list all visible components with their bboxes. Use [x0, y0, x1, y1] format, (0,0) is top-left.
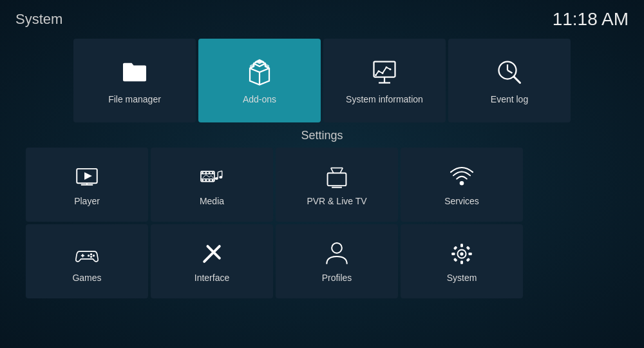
file-manager-label: File manager: [108, 94, 161, 104]
svg-line-49: [204, 246, 220, 262]
media-icon: [198, 164, 225, 191]
svg-line-32: [218, 171, 222, 172]
interface-icon: [198, 240, 225, 267]
settings-item-games[interactable]: Games: [26, 224, 148, 298]
media-label: Media: [200, 196, 224, 206]
svg-rect-61: [466, 246, 470, 249]
settings-item-services[interactable]: Services: [401, 148, 523, 222]
settings-item-profiles[interactable]: Profiles: [276, 224, 398, 298]
svg-marker-18: [84, 172, 92, 180]
svg-point-45: [90, 253, 92, 255]
svg-rect-26: [209, 172, 211, 174]
svg-rect-57: [460, 260, 463, 264]
svg-point-55: [460, 252, 463, 255]
settings-grid-row2: Games Interface Profiles: [0, 224, 644, 298]
svg-rect-59: [469, 253, 472, 255]
pvr-label: PVR & Live TV: [307, 196, 366, 206]
event-log-icon: [494, 57, 525, 88]
settings-item-media[interactable]: Media: [151, 148, 273, 222]
header: System 11:18 AM: [0, 0, 644, 39]
svg-rect-63: [466, 257, 470, 261]
app-title: System: [15, 11, 62, 28]
add-ons-label: Add-ons: [243, 94, 276, 104]
settings-item-system[interactable]: System: [401, 224, 523, 298]
settings-grid-row1: Player Media: [0, 148, 644, 222]
games-icon: [73, 240, 100, 267]
svg-rect-29: [205, 179, 207, 181]
svg-rect-31: [212, 179, 214, 181]
svg-point-36: [219, 176, 222, 179]
settings-item-pvr[interactable]: PVR & Live TV: [276, 148, 398, 222]
svg-point-48: [88, 254, 90, 256]
menu-item-file-manager[interactable]: File manager: [73, 39, 196, 122]
event-log-label: Event log: [491, 94, 528, 104]
svg-point-35: [215, 177, 218, 180]
svg-line-14: [507, 70, 513, 73]
svg-point-7: [375, 74, 377, 76]
svg-rect-25: [205, 172, 207, 174]
menu-item-system-information[interactable]: System information: [323, 39, 446, 122]
svg-point-46: [93, 254, 95, 256]
svg-point-16: [513, 76, 515, 78]
svg-point-8: [378, 70, 380, 72]
profiles-label: Profiles: [322, 273, 352, 283]
svg-point-10: [386, 66, 388, 68]
svg-line-39: [340, 168, 343, 173]
system-settings-icon: [448, 240, 475, 267]
clock: 11:18 AM: [553, 9, 629, 30]
svg-point-9: [382, 72, 384, 74]
addons-icon: [244, 57, 275, 88]
system-info-label: System information: [346, 94, 423, 104]
folder-icon: [119, 57, 150, 88]
player-icon: [73, 164, 100, 191]
profiles-icon: [323, 240, 350, 267]
settings-item-player[interactable]: Player: [26, 148, 148, 222]
services-label: Services: [444, 196, 479, 206]
svg-point-47: [90, 255, 92, 257]
settings-item-interface[interactable]: Interface: [151, 224, 273, 298]
menu-item-event-log[interactable]: Event log: [448, 39, 571, 122]
interface-label: Interface: [194, 273, 229, 283]
svg-rect-24: [202, 172, 204, 174]
svg-point-53: [332, 242, 342, 253]
svg-point-42: [460, 180, 464, 185]
pvr-icon: [323, 164, 350, 191]
menu-item-add-ons[interactable]: Add-ons: [198, 39, 321, 122]
svg-point-11: [390, 68, 392, 70]
services-icon: [448, 164, 475, 191]
svg-rect-60: [453, 246, 457, 249]
top-menu: File manager Add-ons: [0, 39, 644, 122]
svg-line-38: [331, 168, 334, 173]
svg-rect-30: [209, 179, 211, 181]
player-label: Player: [74, 196, 100, 206]
svg-rect-62: [453, 257, 457, 261]
svg-rect-28: [202, 179, 204, 181]
games-label: Games: [72, 273, 101, 283]
svg-line-5: [383, 68, 386, 73]
svg-rect-58: [451, 253, 455, 255]
system-info-icon: [369, 57, 400, 88]
svg-rect-56: [460, 244, 463, 247]
system-label: System: [447, 273, 477, 283]
svg-rect-27: [212, 172, 214, 174]
svg-rect-37: [328, 173, 346, 186]
settings-section-title: Settings: [0, 129, 644, 142]
